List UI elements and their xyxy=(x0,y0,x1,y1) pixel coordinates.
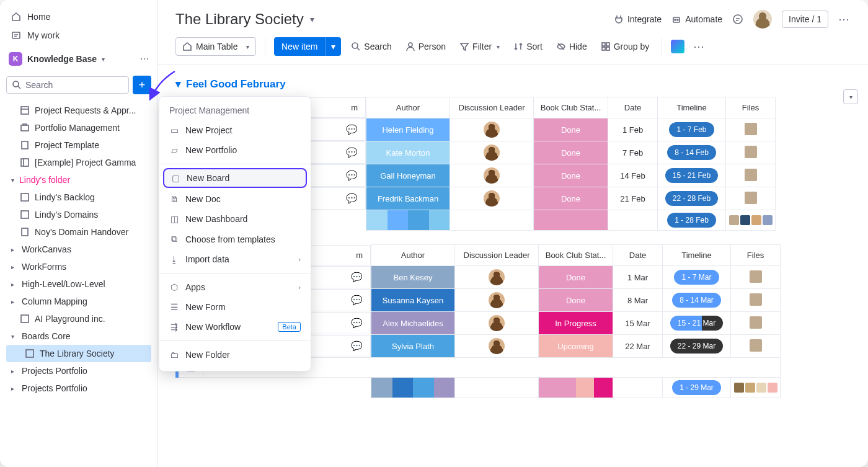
tree-lindys-folder[interactable]: ▾Lindy's folder xyxy=(6,171,151,189)
popup-new-board[interactable]: ▢New Board xyxy=(163,168,307,188)
tree-workcanvas[interactable]: ▸WorkCanvas xyxy=(6,241,151,258)
board-title[interactable]: The Library Society xyxy=(175,11,304,28)
chat-icon[interactable]: 💬 xyxy=(351,272,363,283)
timeline-cell[interactable]: 22 - 28 Feb xyxy=(658,187,726,210)
author-cell[interactable]: Gail Honeyman xyxy=(366,164,450,187)
status-cell[interactable]: Done xyxy=(539,266,613,289)
date-cell[interactable]: 15 Mar xyxy=(613,312,663,335)
workspace-more[interactable]: ⋯ xyxy=(140,54,149,64)
col-status[interactable]: Book Club Stat... xyxy=(539,245,613,266)
col-author[interactable]: Author xyxy=(371,245,455,266)
timeline-cell[interactable]: 8 - 14 Mar xyxy=(663,289,731,312)
status-cell[interactable]: Done xyxy=(539,289,613,312)
status-cell[interactable]: Upcoming xyxy=(539,335,613,358)
date-cell[interactable]: 8 Mar xyxy=(613,289,663,312)
col-leader[interactable]: Discussion Leader xyxy=(450,97,534,118)
workspace-row[interactable]: K Knowledge Base ▾ ⋯ xyxy=(6,45,151,71)
author-cell[interactable]: Kate Morton xyxy=(366,141,450,164)
tree-noys-handover[interactable]: Noy's Domain Handover xyxy=(6,223,151,241)
tool-search[interactable]: Search xyxy=(347,39,395,54)
col-leader[interactable]: Discussion Leader xyxy=(455,245,539,266)
files-cell[interactable] xyxy=(731,312,781,335)
popup-choose-templates[interactable]: ⧉Choose from templates xyxy=(159,229,311,249)
popup-new-dashboard[interactable]: ◫New Dashboard xyxy=(159,209,311,229)
tree-example-gamma[interactable]: [Example] Project Gamma xyxy=(6,154,151,171)
popup-new-workflow[interactable]: ⇶New WorkflowBeta xyxy=(159,317,311,337)
date-cell[interactable]: 1 Feb xyxy=(608,118,658,141)
leader-cell[interactable] xyxy=(450,141,534,164)
tree-portfolio-mgmt[interactable]: Portfolio Management xyxy=(6,119,151,136)
leader-cell[interactable] xyxy=(450,187,534,210)
new-item-button[interactable]: New item ▾ xyxy=(274,37,341,56)
popup-new-form[interactable]: ☰New Form xyxy=(159,297,311,317)
tree-ai-playground[interactable]: AI Playground inc. xyxy=(6,310,151,327)
timeline-cell[interactable]: 22 - 29 Mar xyxy=(663,335,731,358)
chat-icon[interactable]: 💬 xyxy=(351,295,363,306)
author-cell[interactable]: Helen Fielding xyxy=(366,118,450,141)
leader-cell[interactable] xyxy=(450,164,534,187)
col-timeline[interactable]: Timeline xyxy=(663,245,731,266)
leader-cell[interactable] xyxy=(455,266,539,289)
tree-library-society[interactable]: The Library Society xyxy=(6,345,151,362)
tree-highlow[interactable]: ▸High-Level/Low-Level xyxy=(6,275,151,293)
author-cell[interactable]: Sylvia Plath xyxy=(371,335,455,358)
col-files[interactable]: Files xyxy=(726,97,776,118)
timeline-cell[interactable]: 8 - 14 Feb xyxy=(658,141,726,164)
new-item-dropdown[interactable]: ▾ xyxy=(325,37,341,56)
col-files[interactable]: Files xyxy=(731,245,781,266)
chat-icon[interactable]: 💬 xyxy=(346,124,358,135)
timeline-cell[interactable]: 15 - 21 Mar xyxy=(663,312,731,335)
leader-cell[interactable] xyxy=(455,335,539,358)
tool-sort[interactable]: Sort xyxy=(510,39,546,54)
tool-groupby[interactable]: Group by xyxy=(597,39,653,54)
chat-icon[interactable]: 💬 xyxy=(346,147,358,158)
tree-column-mapping[interactable]: ▸Column Mapping xyxy=(6,293,151,310)
integrate-link[interactable]: Integrate xyxy=(614,14,662,24)
leader-cell[interactable] xyxy=(450,118,534,141)
author-cell[interactable]: Alex Michaelides xyxy=(371,312,455,335)
invite-button[interactable]: Invite / 1 xyxy=(782,11,828,28)
col-status[interactable]: Book Club Stat... xyxy=(534,97,608,118)
toolbar-more[interactable]: ⋯ xyxy=(693,40,706,53)
chat-icon[interactable]: 💬 xyxy=(346,193,358,204)
tree-boards-core[interactable]: ▾Boards Core xyxy=(6,327,151,345)
files-cell[interactable] xyxy=(726,141,776,164)
sidebar-search[interactable]: Search xyxy=(6,76,129,94)
tool-hide[interactable]: Hide xyxy=(552,39,591,54)
user-avatar[interactable] xyxy=(753,10,772,29)
status-cell[interactable]: Done xyxy=(534,187,608,210)
popup-apps[interactable]: ⬡Apps› xyxy=(159,277,311,297)
date-cell[interactable]: 21 Feb xyxy=(608,187,658,210)
tool-filter[interactable]: Filter▾ xyxy=(456,39,503,54)
header-more[interactable]: ⋯ xyxy=(838,12,851,26)
popup-new-folder[interactable]: 🗀New Folder xyxy=(159,345,311,365)
tree-workforms[interactable]: ▸WorkForms xyxy=(6,258,151,275)
date-cell[interactable]: 14 Feb xyxy=(608,164,658,187)
author-cell[interactable]: Susanna Kaysen xyxy=(371,289,455,312)
add-button[interactable]: + xyxy=(133,76,151,94)
chevron-down-icon[interactable]: ▾ xyxy=(310,14,314,24)
col-date[interactable]: Date xyxy=(608,97,658,118)
timeline-cell[interactable]: 15 - 21 Feb xyxy=(658,164,726,187)
view-tab[interactable]: Main Table ▾ xyxy=(175,37,256,56)
tree-project-requests[interactable]: Project Requests & Appr... xyxy=(6,102,151,119)
status-cell[interactable]: Done xyxy=(534,118,608,141)
files-cell[interactable] xyxy=(731,266,781,289)
status-cell[interactable]: Done xyxy=(534,164,608,187)
files-cell[interactable] xyxy=(731,289,781,312)
chat-icon[interactable] xyxy=(732,14,743,25)
nav-home[interactable]: Home xyxy=(6,7,151,26)
date-cell[interactable]: 7 Feb xyxy=(608,141,658,164)
col-timeline[interactable]: Timeline xyxy=(658,97,726,118)
chat-icon[interactable]: 💬 xyxy=(346,170,358,181)
timeline-cell[interactable]: 1 - 7 Feb xyxy=(658,118,726,141)
files-cell[interactable] xyxy=(726,187,776,210)
tree-lindys-backlog[interactable]: Lindy's Backlog xyxy=(6,189,151,206)
leader-cell[interactable] xyxy=(455,289,539,312)
date-cell[interactable]: 22 Mar xyxy=(613,335,663,358)
files-cell[interactable] xyxy=(731,335,781,358)
timeline-cell[interactable]: 1 - 7 Mar xyxy=(663,266,731,289)
group-toggle-feb[interactable]: ▾ Feel Good February xyxy=(175,75,868,97)
status-cell[interactable]: Done xyxy=(534,141,608,164)
tree-projects-portfolio-1[interactable]: ▸Projects Portfolio xyxy=(6,362,151,380)
